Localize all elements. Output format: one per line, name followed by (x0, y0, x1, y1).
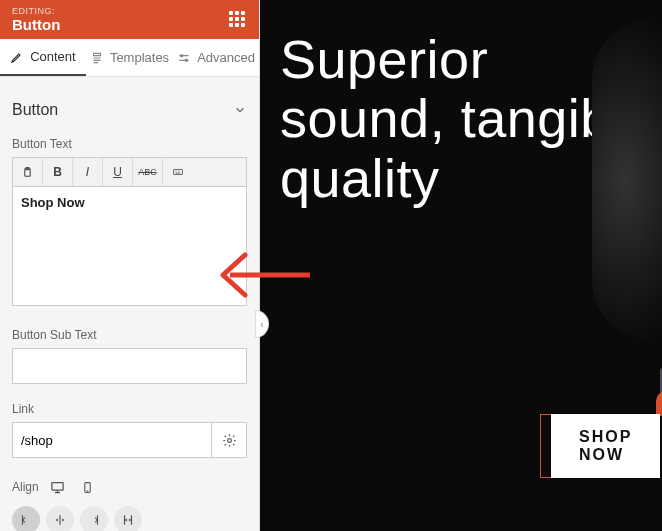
sliders-icon (177, 51, 191, 65)
gear-icon (222, 433, 237, 448)
mobile-icon (81, 481, 94, 494)
clipboard-button[interactable] (13, 158, 43, 186)
section-title: Button (12, 101, 58, 119)
desktop-icon (50, 480, 65, 495)
underline-button[interactable]: U (103, 158, 133, 186)
button-text-input[interactable] (12, 186, 247, 306)
tab-templates-label: Templates (110, 50, 169, 65)
keyboard-button[interactable] (163, 158, 193, 186)
field-button-text: Button Text B I U ABC (12, 137, 247, 310)
svg-rect-6 (52, 482, 63, 490)
button-text-label: Button Text (12, 137, 247, 151)
tabs: Content Templates Advanced (0, 39, 259, 77)
italic-button[interactable]: I (73, 158, 103, 186)
tab-content[interactable]: Content (0, 39, 86, 76)
shop-now-button[interactable]: SHOP NOW (551, 414, 660, 478)
template-icon (90, 51, 104, 65)
app-grid-icon[interactable] (229, 11, 247, 29)
editing-label: EDITING: (12, 6, 60, 16)
svg-point-8 (87, 490, 88, 491)
link-label: Link (12, 402, 247, 416)
mobile-device-button[interactable] (77, 476, 99, 498)
tab-advanced-label: Advanced (197, 50, 255, 65)
link-input[interactable] (12, 422, 211, 458)
align-justify-button[interactable] (114, 506, 142, 531)
align-right-button[interactable] (80, 506, 108, 531)
desktop-device-button[interactable] (47, 476, 69, 498)
field-align: Align (12, 476, 247, 531)
tab-advanced[interactable]: Advanced (173, 39, 259, 76)
field-sub-text: Button Sub Text (12, 328, 247, 384)
pencil-icon (10, 50, 24, 64)
svg-point-5 (227, 438, 231, 442)
annotation-arrow (215, 240, 315, 310)
link-settings-button[interactable] (211, 422, 247, 458)
chevron-down-icon (233, 103, 247, 117)
section-header-button[interactable]: Button (12, 91, 247, 137)
wysiwyg-toolbar: B I U ABC (12, 157, 247, 186)
product-image (592, 20, 662, 340)
align-center-button[interactable] (46, 506, 74, 531)
block-toolbar (656, 390, 662, 416)
tab-content-label: Content (30, 49, 76, 64)
align-label: Align (12, 480, 39, 494)
sub-text-input[interactable] (12, 348, 247, 384)
panel-header: EDITING: Button (0, 0, 259, 39)
preview-canvas: Superior sound, tangible quality Block S… (260, 0, 662, 531)
bold-button[interactable]: B (43, 158, 73, 186)
align-left-button[interactable] (12, 506, 40, 531)
panel-title: Button (12, 16, 60, 33)
tab-templates[interactable]: Templates (86, 39, 173, 76)
strikethrough-button[interactable]: ABC (133, 158, 163, 186)
sub-text-label: Button Sub Text (12, 328, 247, 342)
svg-rect-4 (174, 170, 183, 175)
field-link: Link (12, 402, 247, 458)
selected-block[interactable]: SHOP NOW (540, 414, 650, 478)
